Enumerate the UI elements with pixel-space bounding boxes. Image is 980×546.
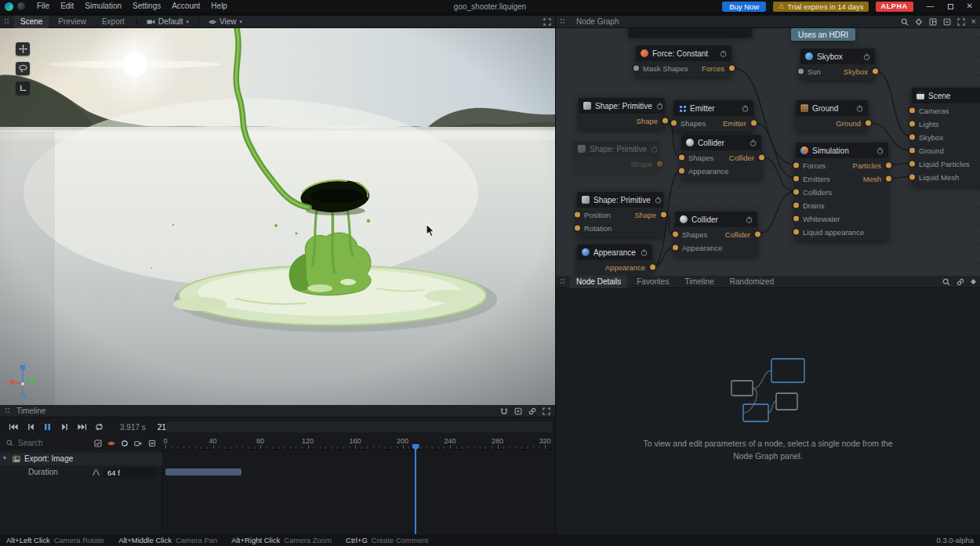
input-port[interactable]: [575, 225, 580, 230]
minimize-button[interactable]: —: [927, 2, 935, 10]
panel-drag-handle[interactable]: [560, 278, 565, 285]
solo-column-icon[interactable]: [121, 439, 129, 447]
node-force-constant[interactable]: Force: ConstantMask ShapesForces: [636, 45, 731, 77]
node-power-toggle-icon[interactable]: [863, 53, 870, 60]
search-input[interactable]: Search: [18, 439, 43, 447]
node-power-toggle-icon[interactable]: [877, 147, 884, 154]
close-button[interactable]: ✕: [967, 2, 973, 10]
expand-panel-icon[interactable]: [543, 18, 551, 26]
visibility-column-icon[interactable]: [107, 439, 115, 447]
focus-node-icon[interactable]: [915, 18, 923, 26]
animation-curve-icon[interactable]: [92, 468, 100, 478]
playhead-line[interactable]: [415, 450, 416, 534]
output-port[interactable]: [661, 212, 666, 217]
expand-panel-icon[interactable]: [957, 18, 965, 26]
input-port[interactable]: [909, 134, 915, 139]
input-port[interactable]: [575, 212, 580, 217]
menu-help[interactable]: Help: [205, 0, 233, 13]
camera-preset-dropdown[interactable]: Default ▾: [143, 17, 193, 26]
input-port[interactable]: [679, 168, 684, 173]
track-export-image[interactable]: ▾ Export: Image: [0, 453, 162, 465]
maximize-button[interactable]: [948, 4, 953, 9]
node-simulation[interactable]: SimulationForcesParticlesEmittersMeshCol…: [796, 143, 888, 240]
input-port[interactable]: [679, 154, 684, 160]
input-port[interactable]: [793, 215, 799, 221]
input-port[interactable]: [793, 229, 799, 234]
previous-frame-button[interactable]: [24, 421, 37, 433]
input-port[interactable]: [673, 231, 678, 237]
link-icon[interactable]: [528, 407, 536, 415]
clipped-node[interactable]: [628, 28, 752, 38]
expand-panel-icon[interactable]: [543, 407, 550, 415]
tab-timeline[interactable]: Timeline: [678, 276, 720, 288]
camera-column-icon[interactable]: [134, 439, 143, 447]
menu-account[interactable]: Account: [166, 0, 205, 13]
node-power-toggle-icon[interactable]: [655, 197, 662, 204]
output-port[interactable]: [657, 161, 662, 166]
input-port[interactable]: [798, 68, 804, 74]
node-ground[interactable]: GroundGround: [796, 100, 868, 132]
node-collider-2[interactable]: ColliderShapesColliderAppearance: [675, 212, 757, 256]
track-duration[interactable]: Duration 64 f: [0, 466, 162, 479]
output-port[interactable]: [873, 68, 878, 74]
close-panel-icon[interactable]: ×: [971, 17, 976, 26]
node-appearance[interactable]: AppearanceAppearance: [577, 244, 652, 276]
pause-button[interactable]: [41, 421, 54, 433]
output-port[interactable]: [751, 120, 757, 125]
lasso-tool-button[interactable]: [16, 62, 30, 75]
track-label[interactable]: Duration: [28, 468, 58, 476]
output-port[interactable]: [759, 154, 764, 160]
export-duration-bar[interactable]: [165, 468, 241, 475]
node-shape-prim-2[interactable]: Shape: PrimitivePositionShapeRotation: [577, 192, 663, 237]
input-port[interactable]: [633, 65, 639, 71]
viewport-3d[interactable]: [0, 28, 555, 405]
node-shape-prim-ghost[interactable]: Shape: PrimitiveShape: [573, 141, 659, 172]
menu-edit[interactable]: Edit: [55, 0, 79, 13]
panel-drag-handle[interactable]: [4, 18, 9, 25]
node-power-toggle-icon[interactable]: [742, 105, 749, 112]
move-tool-button[interactable]: [16, 42, 30, 56]
axis-tool-button[interactable]: [16, 81, 30, 95]
output-port[interactable]: [886, 175, 891, 181]
layout-icon[interactable]: [929, 18, 937, 26]
input-port[interactable]: [673, 244, 678, 250]
view-dropdown[interactable]: View ▾: [205, 17, 246, 26]
tab-export[interactable]: Export: [96, 16, 131, 28]
favorite-diamond-icon[interactable]: ◆: [971, 278, 976, 285]
duration-value-field[interactable]: 64 f: [103, 468, 158, 477]
fit-view-icon[interactable]: [943, 18, 951, 26]
node-power-toggle-icon[interactable]: [720, 50, 727, 57]
input-port[interactable]: [909, 161, 915, 166]
search-icon[interactable]: [901, 18, 909, 26]
input-port[interactable]: [671, 120, 677, 125]
magnet-snap-icon[interactable]: [500, 407, 508, 415]
tab-preview[interactable]: Preview: [52, 16, 93, 28]
node-shape-prim-1[interactable]: Shape: PrimitiveShape: [579, 98, 665, 129]
menu-simulation[interactable]: Simulation: [79, 0, 127, 13]
fit-range-icon[interactable]: [514, 407, 522, 415]
search-icon[interactable]: [942, 278, 950, 286]
node-power-toggle-icon[interactable]: [856, 105, 863, 112]
input-port[interactable]: [909, 121, 915, 126]
output-port[interactable]: [866, 120, 871, 125]
node-collider-1[interactable]: ColliderShapesColliderAppearance: [681, 135, 761, 179]
input-port[interactable]: [909, 147, 915, 153]
jump-to-start-button[interactable]: [6, 421, 20, 433]
tab-node-details[interactable]: Node Details: [570, 276, 627, 288]
panel-drag-handle[interactable]: [5, 407, 10, 414]
output-port[interactable]: [662, 118, 668, 123]
output-port[interactable]: [886, 162, 891, 168]
node-skybox[interactable]: SkyboxSunSkybox: [800, 49, 875, 80]
tab-favorites[interactable]: Favorites: [630, 276, 675, 288]
node-power-toggle-icon[interactable]: [656, 103, 663, 110]
menu-settings[interactable]: Settings: [127, 0, 166, 13]
link-icon[interactable]: [956, 278, 964, 286]
input-port[interactable]: [793, 189, 799, 194]
node-power-toggle-icon[interactable]: [641, 249, 648, 256]
next-frame-button[interactable]: [58, 421, 71, 433]
scrub-bar[interactable]: [166, 421, 552, 432]
node-power-toggle-icon[interactable]: [750, 139, 757, 146]
input-port[interactable]: [793, 162, 799, 168]
expand-caret-icon[interactable]: ▾: [3, 454, 6, 461]
jump-to-end-button[interactable]: [75, 421, 89, 433]
